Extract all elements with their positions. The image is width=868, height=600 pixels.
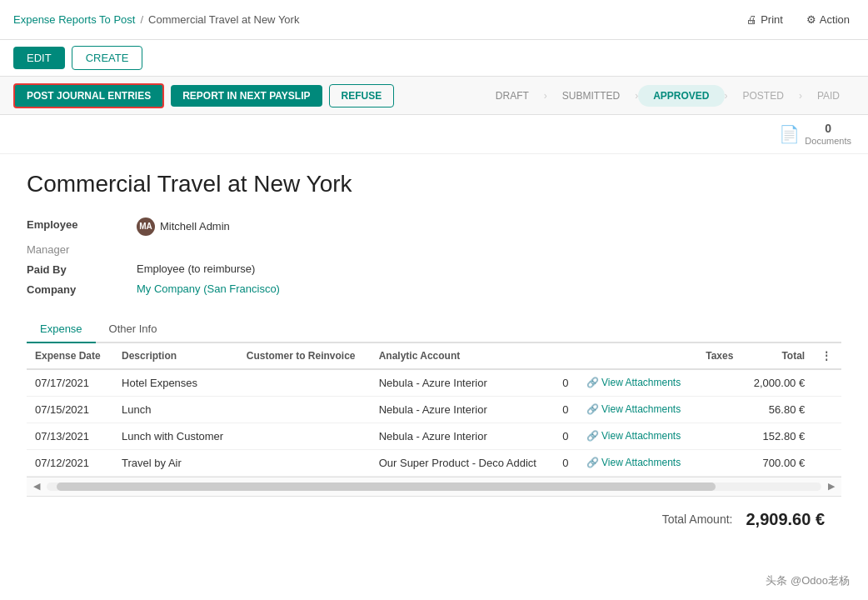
documents-button[interactable]: 📄 0 Documents xyxy=(779,122,851,147)
print-button[interactable]: 🖨 Print xyxy=(741,10,788,29)
col-count xyxy=(554,343,578,369)
row-count: 0 xyxy=(554,396,578,422)
table-body: 07/17/2021 Hotel Expenses Nebula - Azure… xyxy=(27,369,841,477)
row-total: 2,000.00 € xyxy=(741,369,813,397)
btn-bar: EDIT CREATE xyxy=(0,40,868,77)
table-row: 07/17/2021 Hotel Expenses Nebula - Azure… xyxy=(27,369,841,397)
row-date: 07/12/2021 xyxy=(27,449,113,476)
row-customer xyxy=(238,396,371,422)
row-total: 700.00 € xyxy=(741,449,813,476)
manager-label: Manager xyxy=(27,242,127,256)
total-label: Total Amount: xyxy=(662,512,733,526)
action-label: Action xyxy=(820,13,850,26)
document-icon: 📄 xyxy=(779,124,800,144)
row-count: 0 xyxy=(554,449,578,476)
total-value: 2,909.60 € xyxy=(746,510,825,529)
row-taxes xyxy=(695,449,741,476)
row-total: 56.80 € xyxy=(741,396,813,422)
total-row: Total Amount: 2,909.60 € xyxy=(27,497,841,536)
row-customer xyxy=(238,369,371,397)
tab-expense[interactable]: Expense xyxy=(27,316,96,343)
status-draft: DRAFT xyxy=(481,85,544,107)
print-label: Print xyxy=(761,13,783,26)
row-attach: 🔗 View Attachments xyxy=(578,396,695,422)
paperclip-icon: 🔗 xyxy=(586,403,599,415)
expense-table-container: Expense Date Description Customer to Rei… xyxy=(27,343,841,478)
paid-by-value: Employee (to reimburse) xyxy=(137,262,443,276)
row-attach: 🔗 View Attachments xyxy=(578,369,695,397)
main-content: Commercial Travel at New York Employee M… xyxy=(0,154,868,552)
row-desc: Travel by Air xyxy=(113,449,238,476)
expense-table: Expense Date Description Customer to Rei… xyxy=(27,343,841,477)
company-value[interactable]: My Company (San Francisco) xyxy=(137,282,443,296)
row-analytic: Nebula - Azure Interior xyxy=(371,396,555,422)
col-customer: Customer to Reinvoice xyxy=(238,343,371,369)
breadcrumb: Expense Reports To Post / Commercial Tra… xyxy=(13,13,741,26)
row-desc: Lunch xyxy=(113,396,238,422)
col-options[interactable]: ⋮ xyxy=(813,343,841,369)
col-taxes: Taxes xyxy=(695,343,741,369)
scroll-right-arrow[interactable]: ▶ xyxy=(825,480,838,493)
top-bar: Expense Reports To Post / Commercial Tra… xyxy=(0,0,868,40)
row-customer xyxy=(238,422,371,449)
company-label: Company xyxy=(27,282,127,296)
documents-label: Documents xyxy=(805,136,851,147)
row-date: 07/17/2021 xyxy=(27,369,113,397)
create-button[interactable]: CREATE xyxy=(72,46,143,70)
table-header: Expense Date Description Customer to Rei… xyxy=(27,343,841,369)
col-total: Total xyxy=(741,343,813,369)
col-attach xyxy=(578,343,695,369)
row-customer xyxy=(238,449,371,476)
row-date: 07/15/2021 xyxy=(27,396,113,422)
report-payslip-button[interactable]: REPORT IN NEXT PAYSLIP xyxy=(171,85,322,107)
row-total: 152.80 € xyxy=(741,422,813,449)
col-desc: Description xyxy=(113,343,238,369)
gear-icon: ⚙ xyxy=(806,13,816,26)
col-analytic: Analytic Account xyxy=(371,343,555,369)
row-taxes xyxy=(695,396,741,422)
row-analytic: Nebula - Azure Interior xyxy=(371,369,555,397)
row-analytic: Nebula - Azure Interior xyxy=(371,422,555,449)
row-analytic: Our Super Product - Deco Addict xyxy=(371,449,555,476)
table-row: 07/13/2021 Lunch with Customer Nebula - … xyxy=(27,422,841,449)
row-desc: Lunch with Customer xyxy=(113,422,238,449)
post-journal-button[interactable]: POST JOURNAL ENTRIES xyxy=(13,83,164,108)
breadcrumb-separator: / xyxy=(140,13,143,26)
breadcrumb-current: Commercial Travel at New York xyxy=(148,13,299,26)
docs-bar: 📄 0 Documents xyxy=(0,115,868,154)
avatar: MA xyxy=(137,218,155,236)
row-count: 0 xyxy=(554,422,578,449)
form-fields: Employee MA Mitchell Admin Manager Paid … xyxy=(27,218,443,296)
status-approved: APPROVED xyxy=(638,85,724,107)
action-bar: POST JOURNAL ENTRIES REPORT IN NEXT PAYS… xyxy=(0,77,868,115)
breadcrumb-parent[interactable]: Expense Reports To Post xyxy=(13,13,135,26)
row-taxes xyxy=(695,369,741,397)
action-button[interactable]: ⚙ Action xyxy=(801,10,855,29)
scroll-thumb xyxy=(57,482,716,491)
row-taxes xyxy=(695,422,741,449)
employee-value: MA Mitchell Admin xyxy=(137,218,443,236)
status-paid: PAID xyxy=(802,85,855,107)
tab-other-info[interactable]: Other Info xyxy=(96,316,171,343)
row-date: 07/13/2021 xyxy=(27,422,113,449)
paperclip-icon: 🔗 xyxy=(586,377,599,388)
col-date: Expense Date xyxy=(27,343,113,369)
row-desc: Hotel Expenses xyxy=(113,369,238,397)
status-bar: DRAFT › SUBMITTED › APPROVED › POSTED › … xyxy=(481,85,855,107)
paid-by-label: Paid By xyxy=(27,262,127,276)
manager-value xyxy=(137,242,443,256)
tabs: Expense Other Info xyxy=(27,316,841,343)
status-submitted: SUBMITTED xyxy=(547,85,635,107)
edit-button[interactable]: EDIT xyxy=(13,47,65,69)
table-row: 07/12/2021 Travel by Air Our Super Produ… xyxy=(27,449,841,476)
table-row: 07/15/2021 Lunch Nebula - Azure Interior… xyxy=(27,396,841,422)
scroll-row: ◀ ▶ xyxy=(27,478,841,497)
scroll-left-arrow[interactable]: ◀ xyxy=(30,480,43,493)
employee-label: Employee xyxy=(27,218,127,236)
paperclip-icon: 🔗 xyxy=(586,457,599,468)
documents-count: 0 xyxy=(825,122,831,136)
paperclip-icon: 🔗 xyxy=(586,430,599,442)
refuse-button[interactable]: REFUSE xyxy=(329,84,395,108)
scroll-bar[interactable] xyxy=(47,482,821,491)
row-count: 0 xyxy=(554,369,578,397)
